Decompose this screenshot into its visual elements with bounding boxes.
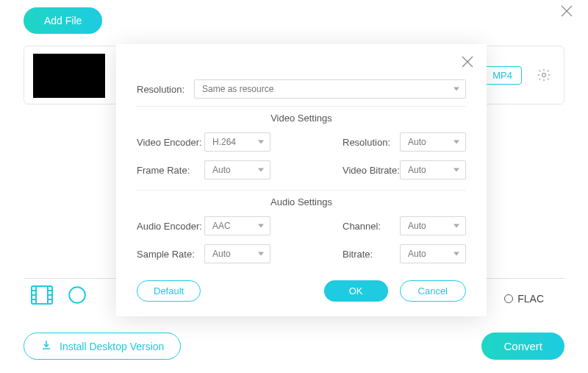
music-icon[interactable]: [68, 285, 87, 308]
flac-label: FLAC: [517, 293, 544, 305]
frame-rate-label: Frame Rate:: [137, 165, 204, 176]
format-badge[interactable]: MP4: [483, 66, 522, 85]
audio-bitrate-label: Bitrate:: [343, 249, 400, 260]
audio-encoder-label: Audio Encoder:: [137, 221, 204, 232]
cancel-button[interactable]: Cancel: [400, 280, 466, 302]
ok-button[interactable]: OK: [324, 280, 388, 302]
video-resolution-select[interactable]: Auto: [400, 132, 466, 152]
film-icon[interactable]: [31, 285, 53, 308]
video-thumbnail: [33, 54, 105, 98]
install-desktop-button[interactable]: Install Desktop Version: [24, 333, 181, 360]
install-label: Install Desktop Version: [60, 341, 164, 352]
video-bitrate-label: Video Bitrate:: [343, 165, 400, 176]
channel-label: Channel:: [343, 221, 400, 232]
flac-radio[interactable]: FLAC: [504, 293, 544, 305]
divider: [137, 106, 466, 107]
sample-rate-label: Sample Rate:: [137, 249, 204, 260]
default-button[interactable]: Default: [137, 280, 201, 302]
resolution-label: Resolution:: [137, 84, 194, 95]
svg-point-10: [69, 287, 85, 303]
frame-rate-select[interactable]: Auto: [204, 160, 270, 180]
sample-rate-select[interactable]: Auto: [204, 244, 270, 263]
convert-button[interactable]: Convert: [481, 333, 564, 360]
bottom-tabs: [31, 285, 87, 308]
add-file-button[interactable]: Add File: [24, 7, 102, 34]
gear-icon[interactable]: [537, 68, 551, 85]
video-resolution-label: Resolution:: [343, 137, 400, 148]
resolution-select[interactable]: Same as resource: [194, 79, 466, 99]
modal-close-icon[interactable]: [460, 54, 475, 72]
audio-encoder-select[interactable]: AAC: [204, 216, 270, 235]
video-encoder-label: Video Encoder:: [137, 137, 204, 148]
audio-settings-title: Audio Settings: [137, 196, 466, 207]
download-icon: [40, 339, 52, 353]
svg-point-0: [542, 74, 546, 77]
video-bitrate-select[interactable]: Auto: [400, 160, 466, 180]
audio-bitrate-select[interactable]: Auto: [400, 244, 466, 263]
radio-icon: [504, 294, 513, 303]
video-encoder-select[interactable]: H.264: [204, 132, 270, 152]
divider: [137, 190, 466, 191]
channel-select[interactable]: Auto: [400, 216, 466, 235]
close-icon[interactable]: [560, 3, 573, 22]
settings-modal: Resolution: Same as resource Video Setti…: [116, 44, 487, 316]
video-settings-title: Video Settings: [137, 113, 466, 124]
